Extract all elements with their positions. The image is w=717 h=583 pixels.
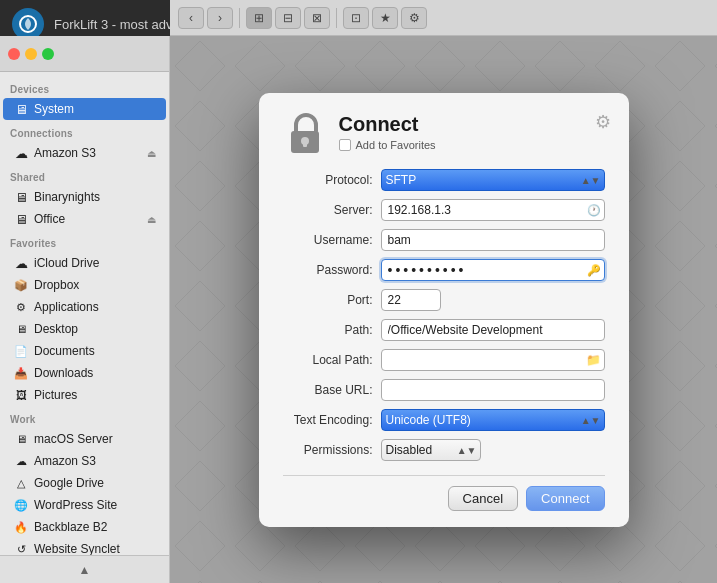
dropbox-label: Dropbox xyxy=(34,278,156,292)
binarynights-label: Binarynights xyxy=(34,190,156,204)
local-path-row: Local Path: 📁 xyxy=(283,349,605,371)
username-input[interactable] xyxy=(381,229,605,251)
server-input-wrap: 🕐 xyxy=(381,199,605,221)
binarynights-icon: 🖥 xyxy=(13,189,29,205)
downloads-icon: 📥 xyxy=(13,365,29,381)
base-url-input[interactable] xyxy=(381,379,605,401)
sidebar-item-documents[interactable]: 📄 Documents xyxy=(3,340,166,362)
protocol-label: Protocol: xyxy=(283,173,373,187)
downloads-label: Downloads xyxy=(34,366,156,380)
add-to-favorites-row[interactable]: Add to Favorites xyxy=(339,139,605,151)
sidebar-item-binarynights[interactable]: 🖥 Binarynights xyxy=(3,186,166,208)
dialog-header: Connect Add to Favorites xyxy=(283,113,605,155)
server-input[interactable] xyxy=(381,199,605,221)
action-button-1[interactable]: ⊡ xyxy=(343,7,369,29)
password-input[interactable] xyxy=(381,259,605,281)
sidebar-item-macos-server[interactable]: 🖥 macOS Server xyxy=(3,428,166,450)
sidebar-item-amazon-s3[interactable]: ☁ Amazon S3 ⏏ xyxy=(3,142,166,164)
close-button[interactable] xyxy=(8,48,20,60)
local-path-label: Local Path: xyxy=(283,353,373,367)
wordpress-label: WordPress Site xyxy=(34,498,156,512)
website-synclet-label: Website Synclet xyxy=(34,542,156,556)
dialog-title-area: Connect Add to Favorites xyxy=(339,113,605,151)
amazon-s3-icon: ☁ xyxy=(13,145,29,161)
backblaze-label: Backblaze B2 xyxy=(34,520,156,534)
sidebar-item-backblaze[interactable]: 🔥 Backblaze B2 xyxy=(3,516,166,538)
sidebar-item-icloud-drive[interactable]: ☁ iCloud Drive xyxy=(3,252,166,274)
macos-server-icon: 🖥 xyxy=(13,431,29,447)
sidebar-item-system[interactable]: 🖥 System xyxy=(3,98,166,120)
sidebar-item-dropbox[interactable]: 📦 Dropbox xyxy=(3,274,166,296)
add-to-favorites-checkbox[interactable] xyxy=(339,139,351,151)
lock-icon xyxy=(283,111,327,155)
permissions-label: Permissions: xyxy=(283,443,373,457)
toolbar-separator-1 xyxy=(239,8,240,28)
sidebar: Devices 🖥 System Connections ☁ Amazon S3… xyxy=(0,36,170,583)
text-encoding-label: Text Encoding: xyxy=(283,413,373,427)
local-path-input-wrap: 📁 xyxy=(381,349,605,371)
documents-icon: 📄 xyxy=(13,343,29,359)
sidebar-item-desktop[interactable]: 🖥 Desktop xyxy=(3,318,166,340)
action-button-2[interactable]: ★ xyxy=(372,7,398,29)
sidebar-item-google-drive[interactable]: △ Google Drive xyxy=(3,472,166,494)
sidebar-item-office[interactable]: 🖥 Office ⏏ xyxy=(3,208,166,230)
password-control: 🔑 xyxy=(381,259,605,281)
text-encoding-select-wrapper[interactable]: Unicode (UTF8) ASCII UTF-16 ▲▼ xyxy=(381,409,605,431)
system-icon: 🖥 xyxy=(13,101,29,117)
applications-icon: ⚙ xyxy=(13,299,29,315)
toolbar-separator-2 xyxy=(336,8,337,28)
dialog-footer: Cancel Connect xyxy=(283,475,605,511)
folder-browse-icon[interactable]: 📁 xyxy=(586,353,601,367)
eject-icon[interactable]: ⏏ xyxy=(147,148,156,159)
dialog-title: Connect xyxy=(339,113,605,136)
port-label: Port: xyxy=(283,293,373,307)
forward-button[interactable]: › xyxy=(207,7,233,29)
text-encoding-control: Unicode (UTF8) ASCII UTF-16 ▲▼ xyxy=(381,409,605,431)
macos-server-label: macOS Server xyxy=(34,432,156,446)
office-eject-icon[interactable]: ⏏ xyxy=(147,214,156,225)
port-control xyxy=(381,289,605,311)
pictures-label: Pictures xyxy=(34,388,156,402)
maximize-button[interactable] xyxy=(42,48,54,60)
view-grid-button[interactable]: ⊞ xyxy=(246,7,272,29)
sidebar-toolbar xyxy=(0,36,169,72)
password-input-wrap: 🔑 xyxy=(381,259,605,281)
password-reveal-icon[interactable]: 🔑 xyxy=(587,263,601,276)
content-region: ‹ › ⊞ ⊟ ⊠ ⊡ ★ ⚙ xyxy=(170,0,717,583)
amazon-s3-label: Amazon S3 xyxy=(34,146,142,160)
permissions-select-wrapper[interactable]: Disabled Enabled ▲▼ xyxy=(381,439,481,461)
amazon-s3-work-label: Amazon S3 xyxy=(34,454,156,468)
documents-label: Documents xyxy=(34,344,156,358)
favorites-section-label: Favorites xyxy=(0,230,169,252)
protocol-select-wrapper[interactable]: SFTP FTP FTPS S3 ▲▼ xyxy=(381,169,605,191)
view-list-button[interactable]: ⊟ xyxy=(275,7,301,29)
view-icons-button[interactable]: ⊠ xyxy=(304,7,330,29)
settings-button[interactable]: ⚙ xyxy=(401,7,427,29)
protocol-row: Protocol: SFTP FTP FTPS S3 ▲▼ xyxy=(283,169,605,191)
local-path-input[interactable] xyxy=(381,349,605,371)
sidebar-item-applications[interactable]: ⚙ Applications xyxy=(3,296,166,318)
permissions-control: Disabled Enabled ▲▼ xyxy=(381,439,605,461)
text-encoding-select[interactable]: Unicode (UTF8) ASCII UTF-16 xyxy=(381,409,605,431)
connections-section-label: Connections xyxy=(0,120,169,142)
connect-button[interactable]: Connect xyxy=(526,486,604,511)
connect-dialog: ⚙ Connect xyxy=(259,93,629,527)
google-drive-icon: △ xyxy=(13,475,29,491)
sidebar-item-downloads[interactable]: 📥 Downloads xyxy=(3,362,166,384)
server-control: 🕐 xyxy=(381,199,605,221)
sidebar-item-amazon-s3-work[interactable]: ☁ Amazon S3 xyxy=(3,450,166,472)
sidebar-item-pictures[interactable]: 🖼 Pictures xyxy=(3,384,166,406)
back-button[interactable]: ‹ xyxy=(178,7,204,29)
sidebar-item-wordpress[interactable]: 🌐 WordPress Site xyxy=(3,494,166,516)
username-control xyxy=(381,229,605,251)
path-row: Path: xyxy=(283,319,605,341)
port-input[interactable] xyxy=(381,289,441,311)
add-to-favorites-label: Add to Favorites xyxy=(356,139,436,151)
minimize-button[interactable] xyxy=(25,48,37,60)
protocol-select[interactable]: SFTP FTP FTPS S3 xyxy=(381,169,605,191)
desktop-label: Desktop xyxy=(34,322,156,336)
cancel-button[interactable]: Cancel xyxy=(448,486,518,511)
path-input[interactable] xyxy=(381,319,605,341)
sidebar-scroll-up[interactable]: ▲ xyxy=(0,555,169,583)
permissions-select[interactable]: Disabled Enabled xyxy=(381,439,481,461)
